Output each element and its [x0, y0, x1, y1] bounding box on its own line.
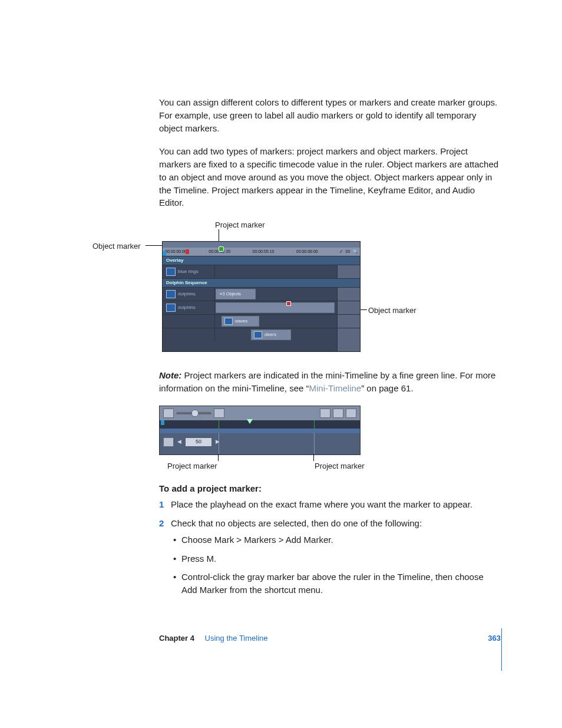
mini-timeline-panel: ◀ 50 ▶	[159, 406, 361, 455]
thumbnail-icon	[224, 318, 233, 325]
page-footer: Chapter 4 Using the Timeline 363	[159, 633, 501, 644]
in-point-icon[interactable]	[163, 251, 166, 256]
ruler-end-value: 00	[346, 249, 351, 255]
slider-knob[interactable]	[191, 410, 199, 417]
callout-project-marker: Project marker	[315, 461, 365, 472]
step-item: Place the playhead on the exact frame wh…	[159, 498, 501, 511]
clip-count: 3 Objects	[222, 291, 241, 298]
footer-rule	[501, 628, 502, 671]
callout-line	[313, 454, 314, 461]
group-header[interactable]: Dolphin Sequence	[163, 278, 360, 287]
procedure-steps: Place the playhead on the exact frame wh…	[159, 498, 501, 597]
cross-ref-link[interactable]: Mini-Timeline	[309, 383, 362, 393]
object-marker-icon[interactable]	[286, 301, 291, 306]
group-header[interactable]: Overlay	[163, 256, 360, 265]
clip-label: waves	[235, 318, 247, 325]
callout-line	[146, 245, 162, 246]
track-row[interactable]: dolphins	[163, 301, 360, 314]
track-row[interactable]: divers	[163, 328, 360, 341]
loop-button[interactable]	[163, 437, 174, 447]
body-paragraph: You can assign different colors to diffe…	[159, 96, 501, 134]
clip[interactable]: ≡ 3 Objects	[216, 289, 256, 299]
play-button[interactable]	[163, 409, 174, 418]
zoom-icon[interactable]: ⤢	[339, 249, 343, 255]
record-button[interactable]	[346, 409, 356, 418]
ruler-tick: 00:00:08:00	[294, 249, 338, 255]
page-number: 363	[488, 633, 501, 644]
body-paragraph: You can add two types of markers: projec…	[159, 145, 501, 209]
timeline-panel: 00:00:00:00 00:00:02:20 00:00:05:10 00:0…	[162, 241, 361, 352]
thumbnail-icon	[166, 290, 176, 298]
note-paragraph: Note: Project markers are indicated in t…	[159, 369, 501, 395]
callout-project-marker: Project marker	[167, 461, 217, 472]
frame-number-field[interactable]: 50	[185, 437, 212, 447]
chevron-left-icon[interactable]: ◀	[177, 438, 181, 446]
bullet-item: Choose Mark > Markers > Add Marker.	[171, 533, 501, 546]
note-text: ” on page 61.	[361, 383, 413, 393]
project-marker-line[interactable]	[219, 420, 219, 429]
clip[interactable]	[216, 302, 335, 313]
clip-label: divers	[265, 332, 276, 338]
project-marker-icon[interactable]	[219, 246, 224, 252]
track-row[interactable]: dolphins ≡ 3 Objects	[163, 287, 360, 301]
mini-timeline-track[interactable]	[160, 429, 360, 433]
track-row[interactable]: waves	[163, 314, 360, 328]
thumbnail-icon	[166, 268, 176, 276]
thumbnail-icon	[166, 304, 176, 312]
callout-object-marker-right: Object marker	[368, 305, 416, 317]
in-point-icon[interactable]	[161, 420, 164, 425]
callout-line	[218, 454, 219, 461]
track-label: dolphins	[178, 304, 196, 311]
note-prefix: Note:	[159, 370, 181, 380]
callout-object-marker-left: Object marker	[92, 241, 141, 252]
ruler-tick: 00:00:05:10	[250, 249, 294, 255]
figure-mini-timeline: ◀ 50 ▶ Project marker Project marker	[159, 406, 377, 470]
view-button[interactable]	[320, 409, 330, 418]
chapter-title: Using the Timeline	[205, 634, 268, 643]
track-label: dolphins	[178, 291, 196, 298]
chapter-label: Chapter 4	[159, 634, 194, 643]
clip[interactable]: waves	[222, 316, 259, 327]
gear-icon[interactable]	[333, 409, 343, 418]
callout-project-marker: Project marker	[215, 220, 265, 231]
fit-button[interactable]	[214, 409, 224, 418]
ruler-tick: 00:00:00:00	[163, 249, 206, 255]
track-header[interactable]: dolphins	[163, 288, 215, 301]
track-header[interactable]: blue rings	[163, 265, 215, 278]
toolbar	[160, 406, 360, 420]
clip[interactable]: divers	[251, 330, 291, 340]
bullet-list: Choose Mark > Markers > Add Marker. Pres…	[171, 533, 501, 597]
mini-marker-bar[interactable]	[160, 420, 360, 429]
procedure-heading: To add a project marker:	[159, 482, 501, 495]
track-row[interactable]: blue rings	[163, 265, 360, 278]
callout-line	[219, 229, 219, 241]
step-item: Check that no objects are selected, then…	[159, 517, 501, 597]
step-text: Check that no objects are selected, then…	[171, 518, 422, 528]
zoom-slider[interactable]	[176, 412, 211, 414]
transport-controls: ◀ 50 ▶	[160, 433, 360, 451]
track-header[interactable]	[163, 328, 215, 341]
search-icon[interactable]: 🔍	[353, 249, 358, 255]
divider	[219, 433, 219, 454]
ruler-tick: 00:00:02:20	[206, 249, 250, 255]
marker-bar[interactable]	[163, 242, 360, 248]
track-header[interactable]	[163, 315, 215, 328]
ruler[interactable]: 00:00:00:00 00:00:02:20 00:00:05:10 00:0…	[163, 248, 360, 256]
track-label: blue rings	[178, 268, 199, 275]
thumbnail-icon	[254, 331, 262, 338]
figure-timeline: Project marker Object marker Object mark…	[103, 220, 515, 358]
project-marker-line[interactable]	[314, 420, 315, 429]
playhead-icon[interactable]	[186, 249, 189, 254]
bullet-item: Press M.	[171, 552, 501, 565]
divider	[314, 433, 315, 454]
bullet-item: Control-click the gray marker bar above …	[171, 571, 501, 597]
track-header[interactable]: dolphins	[163, 301, 215, 314]
ruler-end: ⤢ 00 🔍	[338, 249, 360, 255]
playhead-icon[interactable]	[247, 419, 253, 424]
